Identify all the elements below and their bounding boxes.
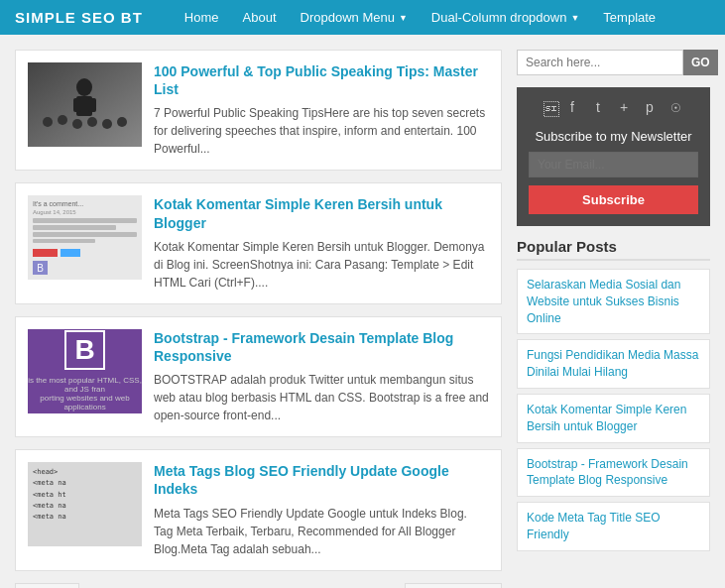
navbar: Simple SEO BT Home About Dropdown Menu ▼… [0, 0, 725, 35]
site-brand[interactable]: Simple SEO BT [15, 9, 143, 26]
post-title[interactable]: Meta Tags Blog SEO Friendly Update Googl… [154, 462, 489, 498]
post-title[interactable]: Kotak Komentar Simple Keren Bersih untuk… [154, 195, 489, 231]
post-excerpt: Kotak Komentar Simple Keren Bersih untuk… [154, 238, 489, 292]
popular-post-item[interactable]: Fungsi Pendidikan Media Massa Dinilai Mu… [517, 339, 710, 389]
post-content: Kotak Komentar Simple Keren Bersih untuk… [154, 195, 489, 291]
pinterest-svg: p [642, 99, 658, 115]
bootstrap-label: is the most popular HTML, CSS, and JS fr… [28, 376, 142, 412]
nav-item-home[interactable]: Home [173, 0, 231, 35]
chevron-down-icon: ▼ [399, 13, 408, 23]
svg-point-6 [43, 117, 53, 127]
post-excerpt: Meta Tags SEO Friendly Update Google unt… [154, 505, 489, 558]
subscribe-button[interactable]: Subscribe [529, 185, 698, 214]
older-posts-button[interactable]: Older Posts [405, 583, 502, 589]
pinterest-icon[interactable]: p [642, 99, 658, 119]
facebook-icon[interactable]:  f [544, 99, 579, 119]
post-card: B is the most popular HTML, CSS, and JS … [15, 316, 502, 437]
nav-item-dual-dropdown[interactable]: Dual-Column dropdown ▼ [420, 0, 592, 35]
popular-posts-title: Popular Posts [517, 238, 710, 261]
post-content: Meta Tags Blog SEO Friendly Update Googl… [154, 462, 489, 557]
svg-text:t: t [596, 99, 600, 115]
post-thumbnail: B is the most popular HTML, CSS, and JS … [28, 329, 142, 413]
newsletter-label: Subscribe to my Newsletter [529, 129, 698, 144]
rss-icon[interactable]: ☉ [667, 99, 683, 119]
googleplus-icon[interactable]: + [616, 99, 632, 119]
svg-text:+: + [620, 99, 628, 115]
post-thumbnail: It's a comment... August 14, 2015 B [28, 195, 142, 280]
popular-post-item[interactable]: Selaraskan Media Sosial dan Website untu… [517, 269, 710, 334]
search-button[interactable]: GO [683, 50, 718, 75]
post-excerpt: 7 Powerful Public Speaking TipsHere are … [154, 104, 489, 158]
thumb-image-blog: It's a comment... August 14, 2015 B [28, 195, 142, 280]
home-button[interactable]: Home [15, 583, 79, 589]
main-wrapper: 100 Powerful & Top Public Speaking Tips:… [0, 35, 725, 588]
bootstrap-b-letter: B [74, 336, 94, 364]
post-content: 100 Powerful & Top Public Speaking Tips:… [154, 62, 489, 158]
thumb-image-bootstrap: B is the most popular HTML, CSS, and JS … [28, 329, 142, 413]
svg-point-11 [117, 117, 127, 127]
nav-item-template[interactable]: Template [591, 0, 667, 35]
popular-post-item[interactable]: Bootstrap - Framework Desain Template Bl… [517, 448, 710, 498]
svg-point-8 [72, 119, 82, 129]
newsletter-email-input[interactable] [529, 152, 698, 177]
popular-posts-widget: Popular Posts Selaraskan Media Sosial da… [517, 238, 710, 551]
search-box: GO [517, 50, 710, 75]
post-title[interactable]: Bootstrap - Framework Desain Template Bl… [154, 329, 489, 365]
post-thumbnail [28, 62, 142, 147]
chevron-down-icon: ▼ [570, 13, 579, 23]
social-newsletter-widget:  f t + p ☉ Subscribe to my Newsletter S… [517, 87, 710, 226]
svg-point-10 [102, 119, 112, 129]
svg-point-9 [87, 117, 97, 127]
search-input[interactable] [517, 50, 683, 75]
facebook-svg: f [564, 99, 580, 115]
nav-item-about[interactable]: About [231, 0, 289, 35]
twitter-svg: t [590, 99, 606, 115]
svg-point-2 [76, 78, 92, 96]
svg-text:p: p [646, 99, 654, 115]
sidebar: GO  f t + p ☉ Subscribe to my Newslette… [517, 50, 710, 588]
content-area: 100 Powerful & Top Public Speaking Tips:… [15, 50, 502, 588]
social-icons-row:  f t + p ☉ [529, 99, 698, 119]
thumb-image-speaking [28, 62, 142, 147]
gplus-svg: + [616, 99, 632, 115]
post-card: <head> <meta na <meta ht <meta na <meta … [15, 449, 502, 570]
rss-svg: ☉ [667, 99, 683, 115]
svg-rect-4 [73, 98, 81, 112]
svg-text:☉: ☉ [669, 101, 680, 115]
svg-point-7 [58, 115, 67, 125]
svg-rect-5 [88, 98, 96, 112]
post-card: 100 Powerful & Top Public Speaking Tips:… [15, 50, 502, 171]
nav-item-dropdown[interactable]: Dropdown Menu ▼ [289, 0, 420, 35]
pagination: Home Older Posts [15, 583, 502, 589]
thumb-image-meta: <head> <meta na <meta ht <meta na <meta … [28, 462, 142, 546]
nav-menu: Home About Dropdown Menu ▼ Dual-Column d… [173, 0, 667, 35]
post-content: Bootstrap - Framework Desain Template Bl… [154, 329, 489, 424]
speaking-image-svg [28, 62, 142, 147]
popular-post-item[interactable]: Kode Meta Tag Title SEO Friendly [517, 502, 710, 551]
post-card: It's a comment... August 14, 2015 B Kota… [15, 182, 502, 303]
svg-text:f: f [570, 99, 574, 115]
popular-post-item[interactable]: Kotak Komentar Simple Keren Bersih untuk… [517, 394, 710, 443]
twitter-icon[interactable]: t [590, 99, 606, 119]
post-title[interactable]: 100 Powerful & Top Public Speaking Tips:… [154, 62, 489, 98]
post-excerpt: BOOTSTRAP adalah produk Twitter untuk me… [154, 371, 489, 424]
post-thumbnail: <head> <meta na <meta ht <meta na <meta … [28, 462, 142, 546]
